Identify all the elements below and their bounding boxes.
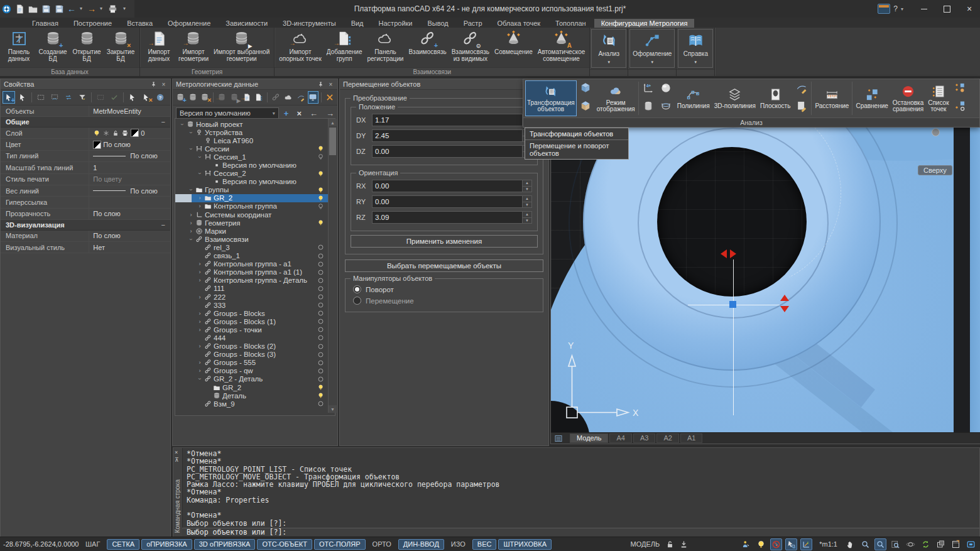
- polyline-button[interactable]: Полилиния: [675, 80, 712, 116]
- delete-version-button[interactable]: ×: [297, 109, 302, 117]
- property-value[interactable]: По слою: [89, 185, 170, 196]
- version-select[interactable]: Версия по умолчанию ▾: [176, 107, 279, 119]
- ribbon-button-0-3[interactable]: ×Закрытие БД: [104, 30, 138, 63]
- cmpb-button[interactable]: [954, 100, 966, 115]
- tree-item-0[interactable]: ›Новый проект: [175, 120, 335, 128]
- rx-field[interactable]: ▲▼: [372, 180, 532, 192]
- sphere-button[interactable]: [660, 82, 672, 97]
- qat-more-icon[interactable]: ▾: [121, 4, 128, 14]
- expander-icon[interactable]: ›: [196, 359, 204, 366]
- distance-button[interactable]: Расстояние: [813, 80, 851, 116]
- tree-item-26[interactable]: 444: [175, 334, 335, 342]
- print-icon[interactable]: [107, 4, 118, 14]
- properties-section[interactable]: Общие−: [1, 117, 170, 128]
- clear-selection-icon[interactable]: ×: [140, 91, 153, 104]
- cylsm-button[interactable]: [642, 100, 655, 115]
- dx-field[interactable]: ▲▼: [372, 114, 532, 126]
- expander-icon[interactable]: ›: [196, 310, 204, 317]
- fullscreen-icon[interactable]: [965, 538, 977, 550]
- add-version-button[interactable]: +: [284, 109, 289, 117]
- tree-item-31[interactable]: ›GR_2 - Деталь: [175, 375, 335, 383]
- status-toggle-9[interactable]: ВЕС: [472, 539, 497, 550]
- ribbon-button-1-0[interactable]: →Импорт данных: [142, 30, 176, 63]
- expander-icon[interactable]: ›: [187, 228, 195, 234]
- status-toggle-4[interactable]: ОТС-ОБЪЕКТ: [257, 539, 312, 550]
- move-arrow-up-icon[interactable]: [780, 295, 789, 301]
- quick-select-icon[interactable]: [740, 538, 752, 550]
- property-value[interactable]: 1: [89, 162, 170, 173]
- expander-icon[interactable]: ›: [197, 153, 203, 161]
- tree-item-27[interactable]: ›Groups - Blocks (2): [175, 342, 335, 351]
- ribbon-button-2-5[interactable]: Совмещение: [492, 30, 535, 56]
- status-toggle-0[interactable]: ШАГ: [80, 539, 105, 550]
- status-toggle-1[interactable]: СЕТКА: [107, 539, 139, 550]
- expander-icon[interactable]: ›: [196, 277, 204, 283]
- open-file-icon[interactable]: [28, 4, 38, 14]
- group-select-icon[interactable]: [94, 91, 107, 104]
- property-row-0[interactable]: ОбъектыMetrMoveEntity: [1, 106, 170, 117]
- minimize-button[interactable]: [913, 1, 935, 16]
- ribbon-tab-0[interactable]: Главная: [25, 19, 65, 28]
- status-toggle-7[interactable]: ДИН-ВВОД: [398, 539, 444, 550]
- status-toggle-8[interactable]: ИЗО: [446, 539, 471, 550]
- tree-item-8[interactable]: ›Группы: [175, 186, 335, 194]
- select-objects-button[interactable]: Выбрать перемещаемые объекты: [345, 259, 543, 272]
- property-row-6[interactable]: Стиль печатиПо цвету: [1, 174, 170, 185]
- close-button[interactable]: ×: [959, 1, 980, 16]
- dz-field[interactable]: ▲▼: [372, 145, 532, 158]
- pan-icon[interactable]: [844, 538, 856, 550]
- ribbon-button-4-0[interactable]: Оформление▾: [629, 29, 675, 68]
- pin-icon[interactable]: ⊼: [175, 457, 179, 463]
- tree-item-10[interactable]: ›Контрольня группа: [175, 202, 335, 210]
- new-window-icon[interactable]: [950, 538, 962, 550]
- ribbon-button-3-0[interactable]: Анализ▾: [591, 29, 626, 68]
- expander-icon[interactable]: ›: [196, 261, 204, 267]
- pointer-icon[interactable]: [126, 91, 139, 104]
- manipulator-grip[interactable]: [729, 301, 736, 308]
- expander-icon[interactable]: ›: [187, 212, 195, 218]
- dy-field[interactable]: ▲▼: [372, 129, 532, 142]
- apply-selection-icon[interactable]: [108, 91, 121, 104]
- tree-item-5[interactable]: Версия по умолчанию: [175, 161, 335, 169]
- help-circle-icon[interactable]: ?: [154, 91, 166, 104]
- dz-input[interactable]: [373, 146, 522, 157]
- ribbon-button-2-6[interactable]: AАвтоматическое совмещение: [535, 30, 588, 63]
- help-caret-icon[interactable]: ▾: [901, 6, 903, 12]
- orbit-icon[interactable]: [905, 538, 917, 550]
- ribbon-button-2-2[interactable]: Панель регистрации: [364, 30, 406, 63]
- color-chip[interactable]: [131, 129, 139, 137]
- tree-item-22[interactable]: 333: [175, 301, 335, 309]
- ribbon-button-5-0[interactable]: Справка▾: [678, 29, 713, 68]
- display-mode-button[interactable]: Режим отображения: [595, 80, 637, 116]
- expander-icon[interactable]: ›: [188, 186, 194, 194]
- lasso-select-icon[interactable]: [48, 91, 61, 104]
- tree-item-28[interactable]: Groups - Blocks (3): [175, 351, 335, 359]
- ribbon-tab-10[interactable]: Облака точек: [491, 19, 548, 28]
- tree-item-30[interactable]: ›Groups - qw: [175, 367, 335, 375]
- close-icon[interactable]: ×: [327, 81, 334, 88]
- expander-icon[interactable]: ›: [196, 327, 204, 333]
- expander-icon[interactable]: ›: [196, 269, 204, 275]
- move-radio[interactable]: Перемещение: [353, 297, 535, 305]
- tree-item-20[interactable]: 111: [175, 285, 335, 293]
- tree-item-17[interactable]: ›Контрольня группа - a1: [175, 260, 335, 268]
- property-value[interactable]: Нет: [89, 242, 170, 253]
- group-add-icon[interactable]: [254, 91, 265, 104]
- save-all-icon[interactable]: [54, 4, 65, 14]
- stop-compare-button[interactable]: Остановка сравнения: [891, 80, 925, 116]
- expander-icon[interactable]: ›: [187, 220, 195, 226]
- move-arrow-right-icon[interactable]: [730, 249, 736, 258]
- select-icon[interactable]: [16, 91, 29, 104]
- ucs-status-icon[interactable]: [800, 538, 812, 550]
- expander-icon[interactable]: ›: [196, 319, 204, 325]
- ribbon-tab-11[interactable]: Топоплан: [548, 19, 593, 28]
- regen-icon[interactable]: [920, 538, 932, 550]
- expander-icon[interactable]: ›: [188, 236, 194, 243]
- expander-icon[interactable]: ›: [196, 368, 204, 374]
- property-row-8[interactable]: Гиперссылка: [1, 197, 170, 208]
- apply-changes-button[interactable]: Применить изменения: [351, 235, 538, 248]
- window-select-icon[interactable]: [35, 91, 47, 104]
- expander-icon[interactable]: ›: [196, 203, 204, 209]
- collapse-icon[interactable]: −: [161, 221, 165, 229]
- tree-item-14[interactable]: ›Взаимосвязи: [175, 235, 335, 243]
